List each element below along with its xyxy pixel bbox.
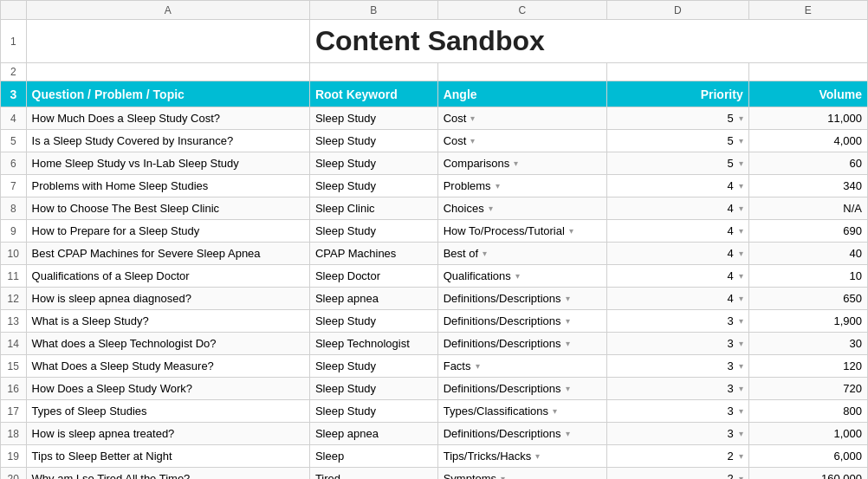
- priority-dropdown-icon[interactable]: ▾: [739, 181, 743, 191]
- cell-angle[interactable]: Cost▾: [437, 130, 606, 152]
- angle-value: Definitions/Descriptions: [444, 427, 561, 440]
- row-num-15: 15: [1, 355, 27, 378]
- cell-priority[interactable]: 4▾: [607, 288, 749, 310]
- priority-value: 3: [727, 314, 733, 327]
- cell-priority[interactable]: 4▾: [607, 220, 749, 243]
- cell-priority[interactable]: 3▾: [607, 378, 749, 400]
- cell-priority[interactable]: 3▾: [607, 333, 749, 355]
- cell-volume: 11,000: [748, 107, 867, 130]
- cell-angle[interactable]: Definitions/Descriptions▾: [437, 333, 606, 355]
- dropdown-icon[interactable]: ▾: [496, 181, 500, 191]
- angle-value: Choices: [444, 202, 484, 215]
- dropdown-icon[interactable]: ▾: [566, 429, 570, 438]
- cell-question: How Much Does a Sleep Study Cost?: [26, 107, 309, 130]
- cell-angle[interactable]: Comparisons▾: [437, 152, 606, 175]
- priority-dropdown-icon[interactable]: ▾: [739, 429, 743, 438]
- priority-dropdown-icon[interactable]: ▾: [739, 339, 743, 348]
- table-row: 13What is a Sleep Study?Sleep StudyDefin…: [1, 310, 868, 333]
- cell-priority[interactable]: 3▾: [607, 310, 749, 333]
- dropdown-icon[interactable]: ▾: [566, 384, 570, 393]
- table-row: 5Is a Sleep Study Covered by Insurance?S…: [1, 130, 868, 152]
- cell-volume: 10: [748, 265, 867, 288]
- dropdown-icon[interactable]: ▾: [515, 271, 520, 281]
- priority-dropdown-icon[interactable]: ▾: [739, 204, 743, 213]
- dropdown-icon[interactable]: ▾: [476, 361, 480, 371]
- priority-dropdown-icon[interactable]: ▾: [739, 474, 743, 479]
- priority-value: 4: [727, 247, 733, 260]
- cell-volume: 650: [748, 288, 867, 310]
- cell-priority[interactable]: 5▾: [607, 130, 749, 152]
- cell-keyword: Sleep Study: [309, 152, 437, 175]
- priority-dropdown-icon[interactable]: ▾: [739, 316, 743, 326]
- priority-dropdown-icon[interactable]: ▾: [739, 249, 743, 258]
- cell-angle[interactable]: Definitions/Descriptions▾: [437, 288, 606, 310]
- angle-value: Qualifications: [444, 269, 511, 282]
- priority-dropdown-icon[interactable]: ▾: [739, 113, 743, 123]
- row2-a: [26, 63, 309, 81]
- header-volume: Volume: [748, 81, 867, 107]
- cell-keyword: Tired: [309, 468, 437, 480]
- dropdown-icon[interactable]: ▾: [569, 226, 573, 236]
- dropdown-icon[interactable]: ▾: [535, 451, 540, 461]
- cell-angle[interactable]: Types/Classifications▾: [437, 400, 606, 423]
- priority-dropdown-icon[interactable]: ▾: [739, 136, 743, 146]
- cell-question: Why am I so Tired All the Time?: [26, 468, 309, 480]
- angle-value: How To/Process/Tutorial: [444, 224, 565, 237]
- cell-priority[interactable]: 4▾: [607, 243, 749, 265]
- priority-dropdown-icon[interactable]: ▾: [739, 384, 743, 393]
- dropdown-icon[interactable]: ▾: [566, 294, 570, 303]
- cell-angle[interactable]: Tips/Tricks/Hacks▾: [437, 445, 606, 468]
- cell-keyword: Sleep apnea: [309, 423, 437, 445]
- dropdown-icon[interactable]: ▾: [483, 249, 487, 258]
- cell-angle[interactable]: Cost▾: [437, 107, 606, 130]
- dropdown-icon[interactable]: ▾: [501, 474, 505, 479]
- priority-dropdown-icon[interactable]: ▾: [739, 226, 743, 236]
- cell-question: Types of Sleep Studies: [26, 400, 309, 423]
- cell-angle[interactable]: Symptoms▾: [437, 468, 606, 480]
- cell-keyword: Sleep Study: [309, 355, 437, 378]
- row-num-2: 2: [1, 63, 27, 81]
- cell-angle[interactable]: Qualifications▾: [437, 265, 606, 288]
- row-num-10: 10: [1, 243, 27, 265]
- cell-angle[interactable]: Definitions/Descriptions▾: [437, 378, 606, 400]
- priority-dropdown-icon[interactable]: ▾: [739, 361, 743, 371]
- angle-value: Types/Classifications: [444, 405, 548, 418]
- row-num-20: 20: [1, 468, 27, 480]
- dropdown-icon[interactable]: ▾: [566, 339, 570, 348]
- dropdown-icon[interactable]: ▾: [489, 204, 493, 213]
- dropdown-icon[interactable]: ▾: [470, 113, 475, 123]
- angle-value: Definitions/Descriptions: [444, 292, 561, 305]
- cell-priority[interactable]: 2▾: [607, 445, 749, 468]
- priority-value: 5: [727, 112, 733, 125]
- cell-angle[interactable]: Definitions/Descriptions▾: [437, 310, 606, 333]
- dropdown-icon[interactable]: ▾: [470, 136, 475, 146]
- cell-angle[interactable]: Facts▾: [437, 355, 606, 378]
- dropdown-icon[interactable]: ▾: [514, 159, 518, 168]
- priority-dropdown-icon[interactable]: ▾: [739, 451, 743, 461]
- dropdown-icon[interactable]: ▾: [553, 406, 557, 416]
- cell-volume: 30: [748, 333, 867, 355]
- cell-angle[interactable]: Definitions/Descriptions▾: [437, 423, 606, 445]
- cell-priority[interactable]: 2▾: [607, 468, 749, 480]
- cell-priority[interactable]: 5▾: [607, 152, 749, 175]
- cell-priority[interactable]: 4▾: [607, 197, 749, 220]
- priority-dropdown-icon[interactable]: ▾: [739, 271, 743, 281]
- cell-priority[interactable]: 4▾: [607, 175, 749, 197]
- cell-angle[interactable]: Best of▾: [437, 243, 606, 265]
- cell-priority[interactable]: 3▾: [607, 423, 749, 445]
- priority-dropdown-icon[interactable]: ▾: [739, 406, 743, 416]
- cell-priority[interactable]: 3▾: [607, 355, 749, 378]
- priority-dropdown-icon[interactable]: ▾: [739, 159, 743, 168]
- table-row: 9How to Prepare for a Sleep StudySleep S…: [1, 220, 868, 243]
- cell-priority[interactable]: 5▾: [607, 107, 749, 130]
- cell-question: Qualifications of a Sleep Doctor: [26, 265, 309, 288]
- cell-priority[interactable]: 4▾: [607, 265, 749, 288]
- cell-angle[interactable]: How To/Process/Tutorial▾: [437, 220, 606, 243]
- dropdown-icon[interactable]: ▾: [566, 316, 570, 326]
- table-row: 7Problems with Home Sleep StudiesSleep S…: [1, 175, 868, 197]
- cell-priority[interactable]: 3▾: [607, 400, 749, 423]
- cell-angle[interactable]: Choices▾: [437, 197, 606, 220]
- row2-e: [748, 63, 867, 81]
- cell-angle[interactable]: Problems▾: [437, 175, 606, 197]
- priority-dropdown-icon[interactable]: ▾: [739, 294, 743, 303]
